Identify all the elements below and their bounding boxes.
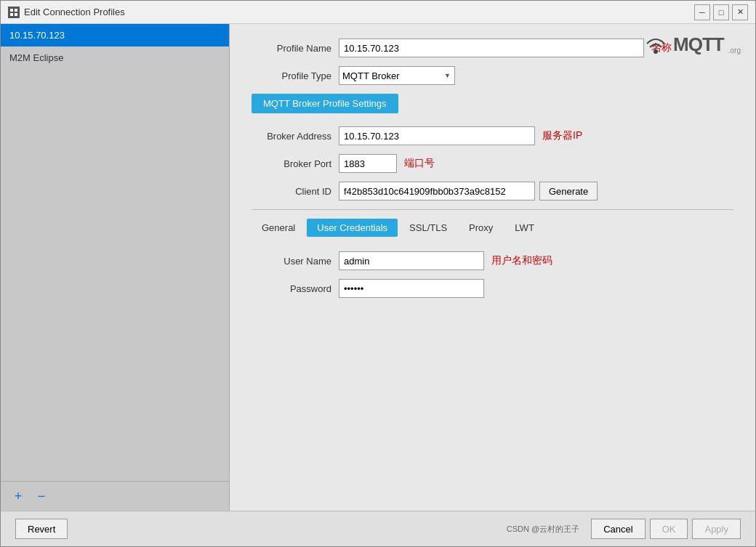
sidebar-item-1-link[interactable]: 10.15.70.123 [9, 30, 65, 41]
svg-rect-1 [15, 9, 17, 12]
broker-port-annotation: 端口号 [404, 157, 435, 170]
sidebar-item-1[interactable]: 10.15.70.123 [1, 24, 229, 46]
apply-button[interactable]: Apply [692, 519, 741, 539]
profile-type-wrapper: MQTT Broker [339, 66, 455, 85]
window-title: Edit Connection Profiles [24, 7, 125, 17]
profile-name-label: Profile Name [252, 43, 339, 54]
window-icon [8, 7, 20, 18]
svg-rect-3 [15, 13, 17, 16]
tab-general[interactable]: General [252, 219, 305, 237]
broker-address-label: Broker Address [252, 131, 339, 142]
section-header-button[interactable]: MQTT Broker Profile Settings [252, 94, 398, 113]
cancel-button[interactable]: Cancel [591, 519, 645, 539]
title-bar-controls: ─ □ ✕ [694, 4, 748, 20]
username-row: User Name 用户名和密码 [252, 251, 733, 270]
profile-type-label: Profile Type [252, 70, 339, 81]
broker-port-input[interactable] [339, 154, 397, 173]
ok-button[interactable]: OK [650, 519, 688, 539]
password-label: Password [252, 283, 339, 294]
client-id-input[interactable] [339, 182, 535, 200]
tab-proxy[interactable]: Proxy [459, 219, 503, 237]
client-id-label: Client ID [252, 186, 339, 197]
profile-type-row: Profile Type MQTT Broker [252, 66, 733, 85]
tab-ssl-tls[interactable]: SSL/TLS [399, 219, 457, 237]
tab-user-credentials[interactable]: User Credentials [307, 219, 398, 237]
password-input[interactable] [339, 279, 484, 298]
mqtt-logo-text: MQTT [673, 33, 724, 56]
user-credentials-content: User Name 用户名和密码 Password [252, 251, 733, 298]
remove-profile-button[interactable]: − [33, 487, 50, 505]
svg-rect-2 [10, 13, 13, 16]
sidebar: 10.15.70.123 M2M Eclipse + − [1, 24, 230, 511]
sidebar-list: 10.15.70.123 M2M Eclipse [1, 24, 229, 481]
mqtt-antenna-icon [643, 31, 669, 57]
broker-port-row: Broker Port 端口号 [252, 154, 733, 173]
sidebar-item-2[interactable]: M2M Eclipse [1, 46, 229, 69]
revert-button[interactable]: Revert [15, 519, 68, 539]
broker-address-input[interactable] [339, 126, 535, 145]
title-bar: Edit Connection Profiles ─ □ ✕ [1, 1, 755, 24]
client-id-row: Client ID Generate [252, 182, 733, 200]
sidebar-item-2-label: M2M Eclipse [9, 52, 63, 63]
title-bar-left: Edit Connection Profiles [8, 7, 125, 18]
tab-lwt[interactable]: LWT [504, 219, 544, 237]
add-profile-button[interactable]: + [9, 487, 27, 505]
divider [252, 209, 733, 210]
broker-address-annotation: 服务器IP [542, 129, 582, 142]
broker-address-row: Broker Address 服务器IP [252, 126, 733, 145]
tabs-bar: General User Credentials SSL/TLS Proxy L… [252, 219, 733, 237]
close-button[interactable]: ✕ [732, 4, 748, 20]
bottom-left: Revert [15, 519, 68, 539]
bottom-bar: Revert CSDN @云村的王子 Cancel OK Apply [1, 511, 755, 546]
maximize-button[interactable]: □ [713, 4, 729, 20]
username-annotation: 用户名和密码 [491, 254, 552, 267]
profile-name-input[interactable] [339, 39, 644, 57]
generate-button[interactable]: Generate [539, 182, 598, 200]
profile-type-select[interactable]: MQTT Broker [339, 66, 455, 85]
password-row: Password [252, 279, 733, 298]
sidebar-footer: + − [1, 481, 229, 511]
csdn-watermark: CSDN @云村的王子 [507, 524, 579, 535]
svg-rect-0 [10, 9, 13, 12]
minimize-button[interactable]: ─ [694, 4, 710, 20]
right-panel: MQTT .org Profile Name 名称 Profile Type M… [230, 24, 755, 511]
main-window: Edit Connection Profiles ─ □ ✕ 10.15.70.… [0, 0, 756, 547]
mqtt-logo-suffix: .org [728, 46, 741, 54]
mqtt-logo-area: MQTT .org [643, 31, 741, 57]
username-input[interactable] [339, 251, 484, 270]
username-label: User Name [252, 256, 339, 267]
main-content: 10.15.70.123 M2M Eclipse + − [1, 24, 755, 511]
broker-port-label: Broker Port [252, 158, 339, 169]
bottom-right: CSDN @云村的王子 Cancel OK Apply [507, 519, 741, 539]
